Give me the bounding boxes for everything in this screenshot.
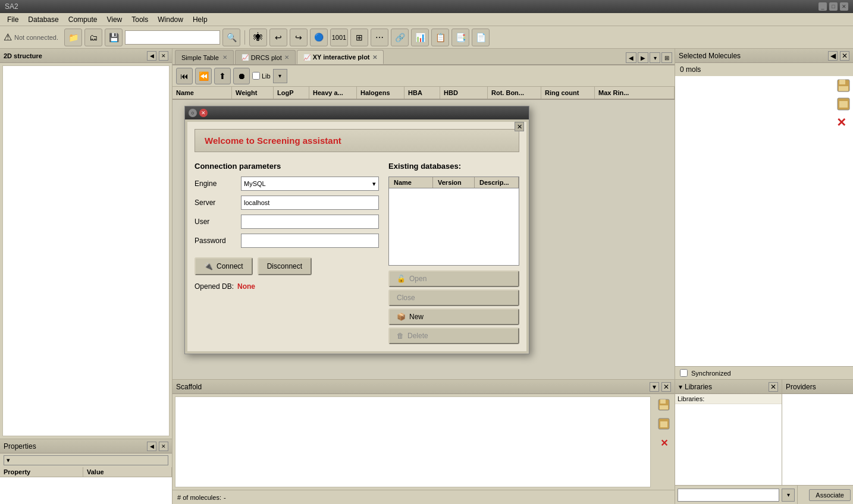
scaffold-box-btn[interactable] xyxy=(656,415,672,432)
tab-next-btn[interactable]: ▶ xyxy=(638,52,648,63)
titlebar-controls[interactable]: _ □ ✕ xyxy=(818,2,848,11)
associate-button[interactable]: Associate xyxy=(809,489,851,501)
col-halogens[interactable]: Halogens xyxy=(357,87,404,99)
modal-minimize-btn[interactable]: ○ xyxy=(189,109,197,117)
providers-header: Providers xyxy=(782,380,853,394)
new-db-button[interactable]: 📦 New xyxy=(388,308,519,325)
tab-drcs-plot-close[interactable]: ✕ xyxy=(284,54,289,61)
sel-mol-save-btn[interactable] xyxy=(836,78,851,94)
search-input[interactable] xyxy=(125,30,220,45)
tab-expand-btn[interactable]: ⊞ xyxy=(661,52,672,63)
menu-view[interactable]: View xyxy=(102,14,127,25)
sel-box-icon xyxy=(836,97,851,111)
search-btn[interactable]: 🔍 xyxy=(222,29,240,46)
open-db-button[interactable]: 🔓 Open xyxy=(388,270,519,287)
play-btn[interactable]: ⏺ xyxy=(233,68,250,84)
modal-close-btn[interactable]: ✕ xyxy=(199,109,208,117)
first-record-btn[interactable]: ⏮ xyxy=(176,68,193,84)
properties-dropdown[interactable]: ▾ xyxy=(4,455,168,465)
svg-rect-7 xyxy=(839,86,848,91)
sel-mol-box-btn[interactable] xyxy=(836,97,851,113)
spider-btn[interactable]: 🕷 xyxy=(249,29,267,46)
cluster-btn[interactable]: 🔵 xyxy=(310,29,328,46)
counter-btn[interactable]: 1001 xyxy=(330,29,348,46)
col-logp[interactable]: LogP xyxy=(274,87,309,99)
prev-record-btn[interactable]: ⏪ xyxy=(195,68,212,84)
close-db-button[interactable]: Close xyxy=(388,289,519,306)
tab-simple-table-close[interactable]: ✕ xyxy=(222,54,227,61)
menu-tools[interactable]: Tools xyxy=(127,14,153,25)
record-up-btn[interactable]: ⬆ xyxy=(214,68,231,84)
lib-checkbox[interactable] xyxy=(252,72,260,80)
tab-xy-plot-close[interactable]: ✕ xyxy=(372,54,377,61)
redo-btn[interactable]: ↪ xyxy=(290,29,308,46)
properties-close-btn[interactable]: ✕ xyxy=(159,442,168,451)
col-ring-count[interactable]: Ring count xyxy=(541,87,595,99)
menu-database[interactable]: Database xyxy=(23,14,63,25)
connect-button[interactable]: 🔌 Connect xyxy=(195,257,253,275)
scaffold-close-btn[interactable]: ✕ xyxy=(661,382,671,392)
link-btn[interactable]: 🔗 xyxy=(391,29,409,46)
close-btn[interactable]: ✕ xyxy=(840,2,848,11)
scaffold-content: ✕ xyxy=(173,394,675,490)
connection-title: Connection parameters xyxy=(195,162,379,171)
titlebar: SA2 _ □ ✕ xyxy=(0,0,853,13)
properties-minimize-btn[interactable]: ◀ xyxy=(147,442,156,451)
menu-help[interactable]: Help xyxy=(188,14,212,25)
scaffold-filter-btn[interactable]: ▾ xyxy=(650,382,659,392)
structure-close-btn[interactable]: ✕ xyxy=(159,51,168,61)
scaffold-delete-btn[interactable]: ✕ xyxy=(656,434,672,451)
tab-xy-plot[interactable]: 📈 XY interactive plot ✕ xyxy=(297,50,384,64)
tab-drcs-plot[interactable]: 📈 DRCS plot ✕ xyxy=(235,50,296,64)
col-hbd[interactable]: HBD xyxy=(440,87,488,99)
col-max-ring[interactable]: Max Rin... xyxy=(595,87,675,99)
tab-xy-plot-label: XY interactive plot xyxy=(313,53,370,61)
sel-mol-minimize-btn[interactable]: ◀ xyxy=(828,51,838,61)
connect-label: Connect xyxy=(217,262,243,270)
undo-btn[interactable]: ↩ xyxy=(269,29,287,46)
minimize-btn[interactable]: _ xyxy=(818,2,827,11)
sel-mol-close-btn[interactable]: ✕ xyxy=(840,51,849,61)
col-heavy[interactable]: Heavy a... xyxy=(309,87,357,99)
server-input[interactable] xyxy=(241,196,379,210)
folder-btn[interactable]: 🗂 xyxy=(84,29,102,46)
disconnect-button[interactable]: Disconnect xyxy=(258,257,312,275)
col-name[interactable]: Name xyxy=(173,87,232,99)
password-input[interactable] xyxy=(241,234,379,248)
structure-minimize-btn[interactable]: ◀ xyxy=(147,51,156,61)
scaffold-save-btn[interactable] xyxy=(656,396,672,413)
lib-close-btn[interactable]: ✕ xyxy=(769,382,778,392)
delete-db-button[interactable]: 🗑 Delete xyxy=(388,327,519,344)
maximize-btn[interactable]: □ xyxy=(829,2,838,11)
report-btn[interactable]: 📄 xyxy=(472,29,490,46)
user-input[interactable] xyxy=(241,215,379,229)
grid-btn[interactable]: ⊞ xyxy=(350,29,368,46)
menu-compute[interactable]: Compute xyxy=(64,14,102,25)
tab-simple-table[interactable]: Simple Table ✕ xyxy=(175,50,234,64)
menu-window[interactable]: Window xyxy=(153,14,188,25)
engine-select[interactable]: MySQL ▾ xyxy=(241,177,379,191)
dots-btn[interactable]: ⋯ xyxy=(371,29,388,46)
modal-close-x-btn[interactable]: ✕ xyxy=(515,122,524,131)
synchronized-checkbox[interactable] xyxy=(680,369,688,377)
svg-rect-9 xyxy=(839,101,848,108)
menu-file[interactable]: File xyxy=(2,14,23,25)
lib-search-input[interactable] xyxy=(678,489,779,502)
bar-chart-btn[interactable]: 📊 xyxy=(411,29,429,46)
col-hba[interactable]: HBA xyxy=(404,87,440,99)
tab-prev-btn[interactable]: ◀ xyxy=(626,52,636,63)
modal-welcome-text: Welcome to Screening assistant xyxy=(205,136,341,146)
save-btn[interactable]: 💾 xyxy=(105,29,123,46)
db-col-name: Name xyxy=(389,177,433,188)
tab-dropdown-btn[interactable]: ▾ xyxy=(650,52,660,63)
sel-mol-delete-btn[interactable]: ✕ xyxy=(836,115,851,130)
table2-btn[interactable]: 📑 xyxy=(451,29,469,46)
open-file-btn[interactable]: 📁 xyxy=(64,29,82,46)
col-weight[interactable]: Weight xyxy=(232,87,274,99)
col-rot-bonds[interactable]: Rot. Bon... xyxy=(488,87,541,99)
engine-row: Engine MySQL ▾ xyxy=(195,177,379,191)
lib-filter-dropdown[interactable]: ▾ xyxy=(273,69,287,83)
connection-buttons: 🔌 Connect Disconnect xyxy=(195,257,379,275)
table-btn[interactable]: 📋 xyxy=(431,29,449,46)
lib-search-dropdown[interactable]: ▾ xyxy=(782,489,795,502)
